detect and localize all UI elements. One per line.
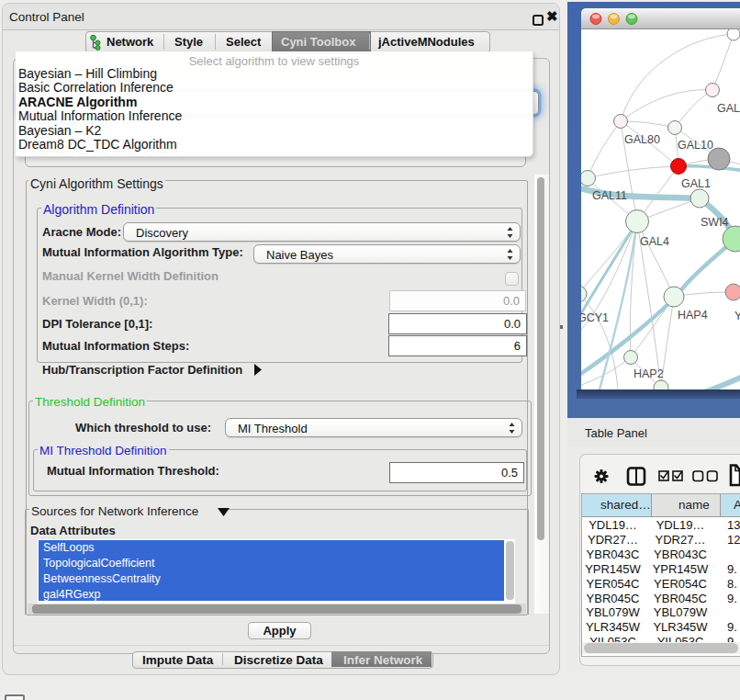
svg-text:GAL1: GAL1 xyxy=(681,177,711,190)
svg-text:HAP4: HAP4 xyxy=(678,309,708,322)
svg-text:SWI4: SWI4 xyxy=(701,216,729,229)
svg-text:GAL4: GAL4 xyxy=(640,235,669,248)
svg-text:HAP2: HAP2 xyxy=(633,367,664,380)
svg-text:GAL: GAL xyxy=(717,102,740,115)
svg-text:GAL10: GAL10 xyxy=(678,139,713,152)
svg-text:GAL80: GAL80 xyxy=(624,133,660,146)
svg-text:GCY1: GCY1 xyxy=(581,311,609,324)
svg-text:GAL11: GAL11 xyxy=(592,189,627,202)
svg-text:Y: Y xyxy=(734,310,740,322)
